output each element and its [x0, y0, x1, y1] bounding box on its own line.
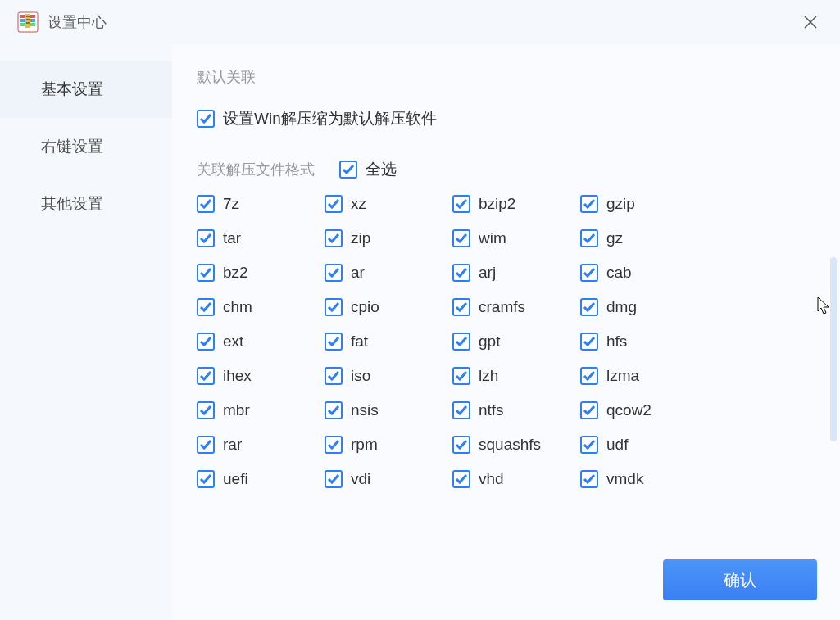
format-item-gz: gz [580, 229, 708, 247]
default-app-checkbox[interactable] [197, 110, 215, 128]
confirm-button-label: 确认 [724, 569, 756, 591]
format-item-7z: 7z [197, 195, 325, 213]
format-item-nsis: nsis [325, 401, 452, 419]
svg-rect-7 [26, 22, 30, 24]
check-icon [583, 335, 596, 348]
format-checkbox-qcow2[interactable] [580, 401, 598, 419]
format-checkbox-chm[interactable] [197, 298, 215, 316]
format-item-tar: tar [197, 229, 325, 247]
format-checkbox-udf[interactable] [580, 436, 598, 454]
format-checkbox-squashfs[interactable] [452, 436, 470, 454]
format-label: qcow2 [606, 401, 652, 419]
format-label: rar [223, 436, 242, 454]
format-checkbox-lzh[interactable] [452, 367, 470, 385]
format-checkbox-bzip2[interactable] [452, 195, 470, 213]
format-scroll-area: 7zxzbzip2gziptarzipwimgzbz2ararjcabchmcp… [197, 195, 824, 539]
format-item-gzip: gzip [580, 195, 708, 213]
format-checkbox-xz[interactable] [325, 195, 343, 213]
format-label: lzh [479, 367, 498, 385]
check-icon [455, 301, 468, 314]
check-icon [583, 301, 596, 314]
format-checkbox-gz[interactable] [580, 229, 598, 247]
format-checkbox-vmdk[interactable] [580, 470, 598, 488]
format-checkbox-dmg[interactable] [580, 298, 598, 316]
content-panel: 默认关联 设置Win解压缩为默认解压软件 关联解压文件格式 全选 7zxzbzi… [172, 44, 840, 620]
assoc-label: 关联解压文件格式 [197, 160, 315, 179]
check-icon [455, 266, 468, 279]
check-icon [583, 438, 596, 451]
format-label: arj [479, 264, 496, 282]
check-icon [455, 197, 468, 210]
format-item-cpio: cpio [325, 298, 452, 316]
default-app-row: 设置Win解压缩为默认解压软件 [197, 108, 824, 129]
format-checkbox-ihex[interactable] [197, 367, 215, 385]
format-checkbox-rpm[interactable] [325, 436, 343, 454]
sidebar-item-basic[interactable]: 基本设置 [0, 61, 172, 118]
format-label: ar [351, 264, 365, 282]
check-icon [455, 335, 468, 348]
format-item-lzh: lzh [452, 367, 580, 385]
check-icon [583, 369, 596, 382]
format-checkbox-ntfs[interactable] [452, 401, 470, 419]
format-item-cab: cab [580, 264, 708, 282]
format-checkbox-rar[interactable] [197, 436, 215, 454]
assoc-header-row: 关联解压文件格式 全选 [197, 159, 824, 180]
check-icon [583, 232, 596, 245]
format-checkbox-mbr[interactable] [197, 401, 215, 419]
format-checkbox-iso[interactable] [325, 367, 343, 385]
app-icon [16, 11, 39, 34]
format-checkbox-fat[interactable] [325, 333, 343, 351]
format-checkbox-vhd[interactable] [452, 470, 470, 488]
format-checkbox-cramfs[interactable] [452, 298, 470, 316]
select-all-checkbox[interactable] [339, 161, 357, 179]
format-checkbox-vdi[interactable] [325, 470, 343, 488]
format-checkbox-nsis[interactable] [325, 401, 343, 419]
format-checkbox-cab[interactable] [580, 264, 598, 282]
format-grid: 7zxzbzip2gziptarzipwimgzbz2ararjcabchmcp… [197, 195, 824, 488]
format-checkbox-hfs[interactable] [580, 333, 598, 351]
format-label: fat [351, 333, 368, 351]
format-checkbox-uefi[interactable] [197, 470, 215, 488]
format-checkbox-tar[interactable] [197, 229, 215, 247]
format-checkbox-ar[interactable] [325, 264, 343, 282]
format-checkbox-gzip[interactable] [580, 195, 598, 213]
scrollbar-thumb[interactable] [830, 257, 837, 441]
format-item-bz2: bz2 [197, 264, 325, 282]
confirm-button[interactable]: 确认 [663, 559, 817, 600]
format-item-udf: udf [580, 436, 708, 454]
format-checkbox-arj[interactable] [452, 264, 470, 282]
format-label: xz [351, 195, 366, 213]
check-icon [327, 404, 340, 417]
format-item-zip: zip [325, 229, 452, 247]
check-icon [199, 335, 212, 348]
check-icon [199, 369, 212, 382]
format-checkbox-gpt[interactable] [452, 333, 470, 351]
format-label: chm [223, 298, 252, 316]
format-item-lzma: lzma [580, 367, 708, 385]
check-icon [583, 404, 596, 417]
check-icon [342, 163, 355, 176]
sidebar-item-label: 右键设置 [41, 138, 103, 155]
format-checkbox-ext[interactable] [197, 333, 215, 351]
check-icon [199, 473, 212, 486]
format-checkbox-7z[interactable] [197, 195, 215, 213]
check-icon [455, 438, 468, 451]
svg-rect-5 [26, 16, 30, 17]
format-item-bzip2: bzip2 [452, 195, 580, 213]
format-checkbox-lzma[interactable] [580, 367, 598, 385]
format-label: bzip2 [479, 195, 515, 213]
window-title: 设置中心 [48, 12, 107, 32]
format-item-squashfs: squashfs [452, 436, 580, 454]
format-checkbox-wim[interactable] [452, 229, 470, 247]
close-button[interactable] [797, 9, 824, 35]
sidebar-item-context[interactable]: 右键设置 [0, 118, 172, 175]
check-icon [327, 335, 340, 348]
format-checkbox-bz2[interactable] [197, 264, 215, 282]
format-label: nsis [351, 401, 379, 419]
format-checkbox-cpio[interactable] [325, 298, 343, 316]
check-icon [327, 301, 340, 314]
check-icon [327, 369, 340, 382]
sidebar-item-other[interactable]: 其他设置 [0, 175, 172, 233]
format-item-wim: wim [452, 229, 580, 247]
format-checkbox-zip[interactable] [325, 229, 343, 247]
